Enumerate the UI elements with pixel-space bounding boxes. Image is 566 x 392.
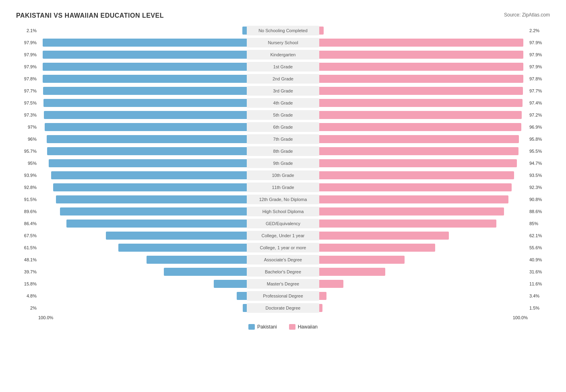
left-value: 67.5% — [16, 233, 38, 238]
right-value: 62.1% — [528, 233, 550, 238]
right-value: 95.5% — [528, 149, 550, 154]
bottom-right-label: 100.0% — [513, 315, 528, 320]
right-value: 93.5% — [528, 173, 550, 178]
left-value: 39.7% — [16, 269, 38, 274]
right-value: 31.6% — [528, 269, 550, 274]
right-bar — [319, 256, 405, 264]
right-bar — [319, 63, 523, 71]
chart-row: 93.9%10th Grade93.5% — [16, 170, 550, 181]
left-bar — [47, 147, 247, 155]
left-bar — [214, 280, 247, 288]
right-value: 97.9% — [528, 52, 550, 57]
right-bar — [319, 39, 523, 47]
left-bar — [44, 111, 247, 119]
right-bar — [319, 99, 523, 107]
left-bar — [51, 171, 247, 179]
right-value: 1.5% — [528, 306, 550, 310]
chart-row: 15.8%Master's Degree11.6% — [16, 278, 550, 289]
left-value: 86.4% — [16, 221, 38, 226]
chart-row: 97.9%Kindergarten97.9% — [16, 49, 550, 60]
center-label: Bachelor's Degree — [247, 267, 319, 277]
right-bar — [319, 244, 435, 252]
left-bar — [164, 268, 247, 276]
right-value: 2.2% — [528, 28, 550, 33]
center-label: 8th Grade — [247, 146, 319, 156]
right-value: 97.2% — [528, 113, 550, 117]
legend: Pakistani Hawaiian — [16, 324, 550, 330]
left-value: 2.1% — [16, 28, 38, 33]
center-label: 9th Grade — [247, 158, 319, 168]
left-value: 89.6% — [16, 209, 38, 214]
right-value: 94.7% — [528, 161, 550, 166]
left-value: 97.9% — [16, 52, 38, 57]
center-label: 12th Grade, No Diploma — [247, 195, 319, 204]
chart-row: 61.5%College, 1 year or more55.6% — [16, 242, 550, 253]
right-value: 11.6% — [528, 281, 550, 286]
right-bar — [319, 111, 522, 119]
left-value: 97.3% — [16, 113, 38, 117]
chart-title: PAKISTANI VS HAWAIIAN EDUCATION LEVEL — [16, 12, 164, 19]
chart-header: PAKISTANI VS HAWAIIAN EDUCATION LEVEL So… — [16, 12, 550, 19]
bottom-labels: 100.0% 100.0% — [16, 315, 550, 320]
right-bar — [319, 87, 523, 95]
right-bar — [319, 51, 523, 59]
center-label: GED/Equivalency — [247, 219, 319, 228]
right-value: 97.9% — [528, 40, 550, 45]
chart-row: 39.7%Bachelor's Degree31.6% — [16, 266, 550, 277]
left-bar — [43, 75, 247, 83]
chart-row: 95.7%8th Grade95.5% — [16, 146, 550, 157]
chart-row: 2.1%No Schooling Completed2.2% — [16, 25, 550, 36]
legend-hawaiian-box — [289, 324, 295, 330]
right-value: 97.7% — [528, 88, 550, 93]
center-label: No Schooling Completed — [247, 26, 319, 35]
right-value: 88.6% — [528, 209, 550, 214]
chart-row: 97.3%5th Grade97.2% — [16, 109, 550, 121]
right-value: 95.8% — [528, 137, 550, 142]
chart-row: 96%7th Grade95.8% — [16, 133, 550, 145]
center-label: 6th Grade — [247, 122, 319, 132]
left-bar — [106, 232, 247, 240]
left-bar — [237, 292, 247, 300]
legend-pakistani-label: Pakistani — [257, 324, 277, 330]
chart-row: 97.7%3rd Grade97.7% — [16, 85, 550, 96]
center-label: 4th Grade — [247, 98, 319, 108]
center-label: College, 1 year or more — [247, 243, 319, 252]
center-label: Doctorate Degree — [247, 303, 319, 313]
chart-row: 2%Doctorate Degree1.5% — [16, 302, 550, 314]
left-value: 96% — [16, 137, 38, 142]
chart-row: 97.5%4th Grade97.4% — [16, 97, 550, 109]
chart-row: 89.6%High School Diploma88.6% — [16, 206, 550, 217]
left-value: 97.9% — [16, 40, 38, 45]
center-label: Professional Degree — [247, 291, 319, 301]
legend-hawaiian: Hawaiian — [289, 324, 318, 330]
right-bar — [319, 27, 324, 35]
left-bar — [118, 244, 247, 252]
right-bar — [319, 123, 521, 131]
left-value: 15.8% — [16, 281, 38, 286]
right-bar — [319, 147, 518, 155]
chart-row: 67.5%College, Under 1 year62.1% — [16, 230, 550, 241]
right-bar — [319, 304, 322, 312]
right-bar — [319, 207, 504, 215]
chart-row: 92.8%11th Grade92.3% — [16, 182, 550, 193]
left-bar — [56, 195, 247, 203]
center-label: Nursery School — [247, 38, 319, 47]
left-value: 61.5% — [16, 245, 38, 250]
center-label: 5th Grade — [247, 110, 319, 120]
center-label: 1st Grade — [247, 62, 319, 72]
left-value: 92.8% — [16, 185, 38, 190]
chart-body: 2.1%No Schooling Completed2.2%97.9%Nurse… — [16, 25, 550, 314]
right-bar — [319, 232, 449, 240]
right-bar — [319, 183, 512, 191]
right-bar — [319, 135, 519, 143]
left-value: 93.9% — [16, 173, 38, 178]
chart-row: 4.8%Professional Degree3.4% — [16, 290, 550, 302]
left-value: 97.5% — [16, 101, 38, 105]
left-bar — [242, 27, 247, 35]
left-value: 48.1% — [16, 257, 38, 262]
chart-row: 48.1%Associate's Degree40.9% — [16, 254, 550, 265]
left-value: 2% — [16, 306, 38, 310]
left-bar — [60, 207, 247, 215]
center-label: 2nd Grade — [247, 74, 319, 84]
center-label: 3rd Grade — [247, 86, 319, 96]
